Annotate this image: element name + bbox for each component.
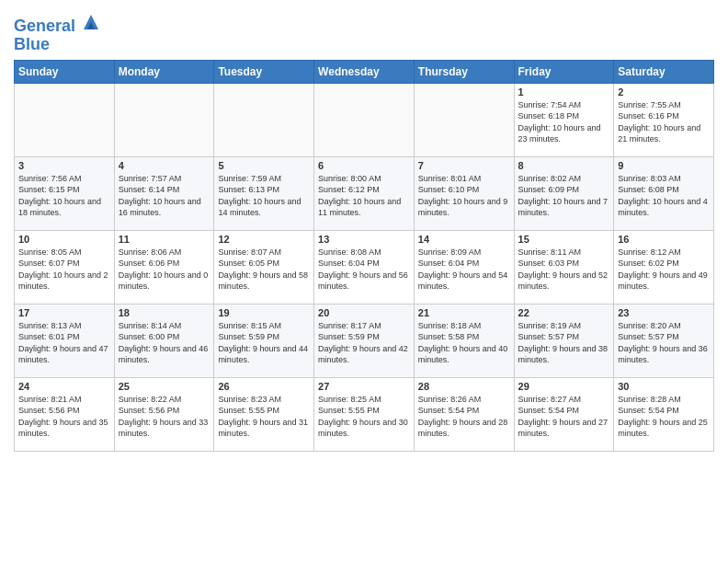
calendar-table: SundayMondayTuesdayWednesdayThursdayFrid… [14,60,714,452]
day-info: Sunrise: 8:21 AM Sunset: 5:56 PM Dayligh… [18,394,110,440]
day-info: Sunrise: 8:00 AM Sunset: 6:12 PM Dayligh… [318,173,410,219]
calendar-day-cell: 30Sunrise: 8:28 AM Sunset: 5:54 PM Dayli… [614,377,714,451]
day-info: Sunrise: 8:23 AM Sunset: 5:55 PM Dayligh… [218,394,310,440]
day-number: 6 [318,160,410,171]
calendar-body: 1Sunrise: 7:54 AM Sunset: 6:18 PM Daylig… [15,83,714,451]
calendar-day-cell: 29Sunrise: 8:27 AM Sunset: 5:54 PM Dayli… [514,377,614,451]
calendar-day-cell: 20Sunrise: 8:17 AM Sunset: 5:59 PM Dayli… [314,304,415,377]
calendar-day-cell [114,83,214,156]
calendar-day-cell: 12Sunrise: 8:07 AM Sunset: 6:05 PM Dayli… [214,230,314,304]
calendar-day-cell [414,83,514,156]
calendar-day-cell: 4Sunrise: 7:57 AM Sunset: 6:14 PM Daylig… [114,156,214,230]
weekday-header-cell: Sunday [15,60,115,83]
calendar-week-row: 17Sunrise: 8:13 AM Sunset: 6:01 PM Dayli… [15,304,714,377]
calendar-week-row: 24Sunrise: 8:21 AM Sunset: 5:56 PM Dayli… [15,377,714,451]
day-number: 17 [18,307,110,318]
calendar-day-cell: 25Sunrise: 8:22 AM Sunset: 5:56 PM Dayli… [114,377,214,451]
calendar-day-cell: 15Sunrise: 8:11 AM Sunset: 6:03 PM Dayli… [514,230,614,304]
day-number: 15 [518,234,610,245]
day-info: Sunrise: 8:08 AM Sunset: 6:04 PM Dayligh… [318,247,410,293]
calendar-day-cell: 14Sunrise: 8:09 AM Sunset: 6:04 PM Dayli… [414,230,514,304]
day-info: Sunrise: 8:25 AM Sunset: 5:55 PM Dayligh… [318,394,410,440]
calendar-day-cell: 26Sunrise: 8:23 AM Sunset: 5:55 PM Dayli… [214,377,314,451]
weekday-header-cell: Thursday [414,60,514,83]
day-number: 2 [618,86,710,98]
day-info: Sunrise: 8:18 AM Sunset: 5:58 PM Dayligh… [418,320,510,366]
day-number: 19 [218,307,310,318]
day-info: Sunrise: 8:01 AM Sunset: 6:10 PM Dayligh… [418,173,510,219]
day-info: Sunrise: 8:15 AM Sunset: 5:59 PM Dayligh… [218,320,310,366]
calendar-day-cell: 11Sunrise: 8:06 AM Sunset: 6:06 PM Dayli… [114,230,214,304]
day-number: 8 [518,160,610,171]
day-number: 9 [618,160,710,171]
day-number: 26 [218,381,310,392]
day-info: Sunrise: 8:28 AM Sunset: 5:54 PM Dayligh… [618,394,710,440]
calendar-day-cell: 3Sunrise: 7:56 AM Sunset: 6:15 PM Daylig… [15,156,115,230]
calendar-day-cell: 23Sunrise: 8:20 AM Sunset: 5:57 PM Dayli… [614,304,714,377]
page-container: General Blue SundayMondayTuesdayWednesda… [0,0,728,456]
weekday-header-cell: Friday [514,60,614,83]
day-info: Sunrise: 8:19 AM Sunset: 5:57 PM Dayligh… [518,320,610,366]
calendar-day-cell [314,83,415,156]
logo-blue: Blue [14,36,100,54]
day-number: 25 [119,381,210,392]
day-number: 11 [119,234,210,245]
calendar-day-cell: 16Sunrise: 8:12 AM Sunset: 6:02 PM Dayli… [614,230,714,304]
calendar-day-cell: 7Sunrise: 8:01 AM Sunset: 6:10 PM Daylig… [414,156,514,230]
weekday-header-cell: Saturday [614,60,714,83]
day-info: Sunrise: 8:03 AM Sunset: 6:08 PM Dayligh… [618,173,710,219]
day-info: Sunrise: 8:14 AM Sunset: 6:00 PM Dayligh… [119,320,210,366]
calendar-day-cell [15,83,115,156]
day-number: 28 [418,381,510,392]
calendar-day-cell: 5Sunrise: 7:59 AM Sunset: 6:13 PM Daylig… [214,156,314,230]
day-number: 14 [418,234,510,245]
day-number: 21 [418,307,510,318]
day-number: 24 [18,381,110,392]
calendar-day-cell: 24Sunrise: 8:21 AM Sunset: 5:56 PM Dayli… [15,377,115,451]
day-number: 1 [518,86,610,98]
calendar-day-cell: 21Sunrise: 8:18 AM Sunset: 5:58 PM Dayli… [414,304,514,377]
calendar-day-cell: 6Sunrise: 8:00 AM Sunset: 6:12 PM Daylig… [314,156,415,230]
calendar-day-cell: 22Sunrise: 8:19 AM Sunset: 5:57 PM Dayli… [514,304,614,377]
day-info: Sunrise: 7:54 AM Sunset: 6:18 PM Dayligh… [518,99,610,145]
day-info: Sunrise: 8:02 AM Sunset: 6:09 PM Dayligh… [518,173,610,219]
calendar-day-cell: 9Sunrise: 8:03 AM Sunset: 6:08 PM Daylig… [614,156,714,230]
day-info: Sunrise: 8:06 AM Sunset: 6:06 PM Dayligh… [119,247,210,293]
weekday-header-cell: Monday [114,60,214,83]
calendar-day-cell: 18Sunrise: 8:14 AM Sunset: 6:00 PM Dayli… [114,304,214,377]
day-number: 12 [218,234,310,245]
day-info: Sunrise: 8:13 AM Sunset: 6:01 PM Dayligh… [18,320,110,366]
day-info: Sunrise: 7:55 AM Sunset: 6:16 PM Dayligh… [618,99,710,145]
logo-text: General [14,13,100,36]
logo: General Blue [14,13,100,54]
day-number: 16 [618,234,710,245]
day-info: Sunrise: 8:12 AM Sunset: 6:02 PM Dayligh… [618,247,710,293]
day-info: Sunrise: 8:27 AM Sunset: 5:54 PM Dayligh… [518,394,610,440]
day-number: 3 [18,160,110,171]
day-info: Sunrise: 7:57 AM Sunset: 6:14 PM Dayligh… [119,173,210,219]
calendar-week-row: 10Sunrise: 8:05 AM Sunset: 6:07 PM Dayli… [15,230,714,304]
day-number: 20 [318,307,410,318]
day-number: 22 [518,307,610,318]
calendar-day-cell: 28Sunrise: 8:26 AM Sunset: 5:54 PM Dayli… [414,377,514,451]
calendar-day-cell: 8Sunrise: 8:02 AM Sunset: 6:09 PM Daylig… [514,156,614,230]
weekday-header-cell: Tuesday [214,60,314,83]
calendar-day-cell: 27Sunrise: 8:25 AM Sunset: 5:55 PM Dayli… [314,377,415,451]
calendar-day-cell: 10Sunrise: 8:05 AM Sunset: 6:07 PM Dayli… [15,230,115,304]
day-info: Sunrise: 8:07 AM Sunset: 6:05 PM Dayligh… [218,247,310,293]
day-number: 13 [318,234,410,245]
day-number: 10 [18,234,110,245]
day-number: 30 [618,381,710,392]
day-info: Sunrise: 8:26 AM Sunset: 5:54 PM Dayligh… [418,394,510,440]
calendar-day-cell: 2Sunrise: 7:55 AM Sunset: 6:16 PM Daylig… [614,83,714,156]
logo-general: General [14,17,75,35]
calendar-week-row: 1Sunrise: 7:54 AM Sunset: 6:18 PM Daylig… [15,83,714,156]
weekday-header-row: SundayMondayTuesdayWednesdayThursdayFrid… [15,60,714,83]
day-number: 23 [618,307,710,318]
day-info: Sunrise: 8:22 AM Sunset: 5:56 PM Dayligh… [119,394,210,440]
day-info: Sunrise: 7:56 AM Sunset: 6:15 PM Dayligh… [18,173,110,219]
day-number: 18 [119,307,210,318]
weekday-header-cell: Wednesday [314,60,415,83]
calendar-day-cell: 19Sunrise: 8:15 AM Sunset: 5:59 PM Dayli… [214,304,314,377]
page-header: General Blue [14,9,714,54]
